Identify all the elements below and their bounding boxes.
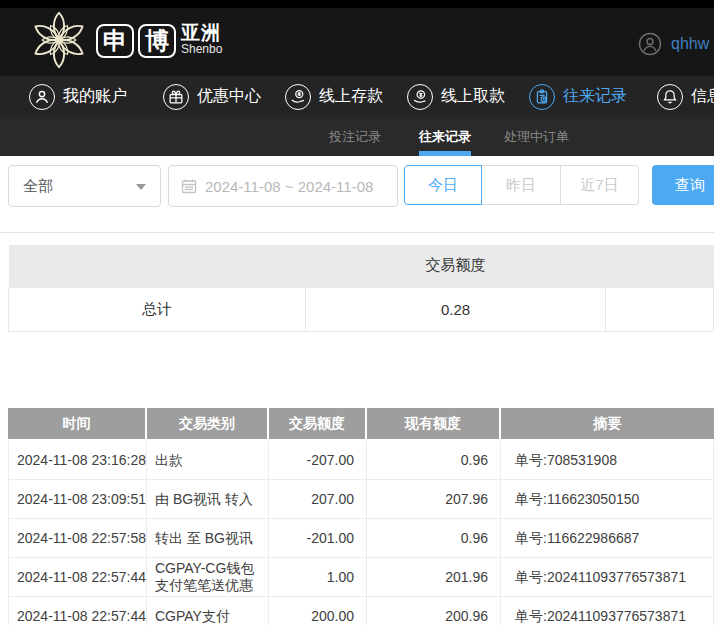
transactions-table: 时间 交易类别 交易额度 现有额度 摘要 2024-11-08 23:16:28… <box>8 408 714 625</box>
nav-label: 往来记录 <box>563 86 627 107</box>
cell-amount: -207.00 <box>269 441 367 480</box>
cell-amount: 207.00 <box>269 480 367 519</box>
table-row: 2024-11-08 22:57:44 CGPAY支付 200.00 200.9… <box>8 597 714 625</box>
summary-total-value: 0.28 <box>306 287 606 331</box>
brand-char-2: 博 <box>138 24 176 58</box>
brand-flower-icon <box>30 11 88 69</box>
col-type: 交易类别 <box>147 408 269 441</box>
nav-deposit[interactable]: 线上存款 <box>285 84 383 110</box>
nav-withdraw[interactable]: 线上取款 <box>407 84 505 110</box>
chevron-down-icon <box>136 184 146 190</box>
col-time: 时间 <box>8 408 147 441</box>
cell-balance: 200.96 <box>367 597 501 625</box>
brand-region: 亚洲 <box>181 23 221 43</box>
main-nav: 我的账户 优惠中心 线上存款 <box>0 76 714 117</box>
top-strip <box>0 0 714 8</box>
records-icon <box>529 84 555 110</box>
deposit-icon <box>285 84 311 110</box>
cell-type: 由 BG视讯 转入 <box>147 480 269 519</box>
nav-label: 线上取款 <box>441 86 505 107</box>
table-row: 2024-11-08 23:09:51 由 BG视讯 转入 207.00 207… <box>8 480 714 519</box>
yesterday-button[interactable]: 昨日 <box>482 165 561 205</box>
date-range-value: 2024-11-08 ~ 2024-11-08 <box>205 178 373 195</box>
cell-type: 转出 至 BG视讯 <box>147 519 269 558</box>
cell-balance: 0.96 <box>367 441 501 480</box>
withdraw-icon <box>407 84 433 110</box>
summary-total-row: 总计 0.28 <box>9 287 714 331</box>
nav-transaction-records[interactable]: 往来记录 <box>529 84 627 110</box>
summary-total-label: 总计 <box>9 287 306 331</box>
table-row: 2024-11-08 22:57:44 CGPAY-CG钱包支付笔笔送优惠 1.… <box>8 558 714 597</box>
cell-time: 2024-11-08 23:16:28 <box>8 441 147 480</box>
sub-nav: 投注记录 往来记录 处理中订单 <box>0 117 714 156</box>
user-avatar-icon <box>638 32 662 56</box>
summary-header-empty2 <box>606 245 714 287</box>
bell-icon <box>657 84 683 110</box>
top-header: 申 博 亚洲 Shenbo qhhw <box>0 0 714 76</box>
summary-header-row: 交易额度 <box>9 245 714 287</box>
nav-label: 线上存款 <box>319 86 383 107</box>
type-select[interactable]: 全部 <box>8 165 161 207</box>
search-button[interactable]: 查询 <box>652 165 714 205</box>
last7days-button[interactable]: 近7日 <box>561 165 639 205</box>
cell-balance: 201.96 <box>367 558 501 597</box>
cell-note: 单号:708531908 <box>501 441 714 480</box>
cell-time: 2024-11-08 22:57:58 <box>8 519 147 558</box>
col-balance: 现有额度 <box>367 408 501 441</box>
cell-time: 2024-11-08 22:57:44 <box>8 558 147 597</box>
cell-time: 2024-11-08 23:09:51 <box>8 480 147 519</box>
summary-header-empty <box>9 245 306 287</box>
cell-balance: 207.96 <box>367 480 501 519</box>
today-button[interactable]: 今日 <box>404 165 482 205</box>
table-row: 2024-11-08 23:16:28 出款 -207.00 0.96 单号:7… <box>8 441 714 480</box>
cell-note: 单号:116622986687 <box>501 519 714 558</box>
cell-type: CGPAY支付 <box>147 597 269 625</box>
calendar-icon <box>181 178 197 194</box>
cell-note: 单号:202411093776573871 <box>501 597 714 625</box>
quick-date-buttons: 今日 昨日 近7日 <box>404 165 639 205</box>
cell-type: CGPAY-CG钱包支付笔笔送优惠 <box>147 558 269 597</box>
cell-note: 单号:202411093776573871 <box>501 558 714 597</box>
username: qhhw <box>671 35 709 53</box>
nav-messages[interactable]: 信息 <box>657 84 714 110</box>
date-range-input[interactable]: 2024-11-08 ~ 2024-11-08 <box>168 165 398 207</box>
nav-label: 信息 <box>691 86 714 107</box>
cell-amount: -201.00 <box>269 519 367 558</box>
nav-label: 我的账户 <box>63 86 127 107</box>
cell-type: 出款 <box>147 441 269 480</box>
cell-amount: 200.00 <box>269 597 367 625</box>
user-icon <box>29 84 55 110</box>
summary-empty-cell <box>606 287 714 331</box>
table-row: 2024-11-08 22:57:58 转出 至 BG视讯 -201.00 0.… <box>8 519 714 558</box>
table-header-row: 时间 交易类别 交易额度 现有额度 摘要 <box>8 408 714 441</box>
cell-balance: 0.96 <box>367 519 501 558</box>
cell-amount: 1.00 <box>269 558 367 597</box>
tab-bet-records[interactable]: 投注记录 <box>329 117 381 156</box>
col-note: 摘要 <box>501 408 714 441</box>
type-select-value: 全部 <box>23 177 53 194</box>
account-menu[interactable]: qhhw <box>638 32 709 56</box>
brand-char-1: 申 <box>96 24 134 58</box>
cell-note: 单号:116623050150 <box>501 480 714 519</box>
tab-pending-orders[interactable]: 处理中订单 <box>504 117 569 156</box>
summary-header-amount: 交易额度 <box>306 245 606 287</box>
col-amount: 交易额度 <box>269 408 367 441</box>
page: 申 博 亚洲 Shenbo qhhw 我的账户 <box>0 0 714 625</box>
nav-promotions[interactable]: 优惠中心 <box>163 84 261 110</box>
nav-label: 优惠中心 <box>197 86 261 107</box>
cell-time: 2024-11-08 22:57:44 <box>8 597 147 625</box>
gift-icon <box>163 84 189 110</box>
summary-table: 交易额度 总计 0.28 <box>8 245 714 332</box>
brand-subtitle: Shenbo <box>181 43 222 56</box>
nav-my-account[interactable]: 我的账户 <box>29 84 127 110</box>
filter-bar: 全部 2024-11-08 ~ 2024-11-08 今日 昨日 近7日 查询 <box>0 156 714 233</box>
